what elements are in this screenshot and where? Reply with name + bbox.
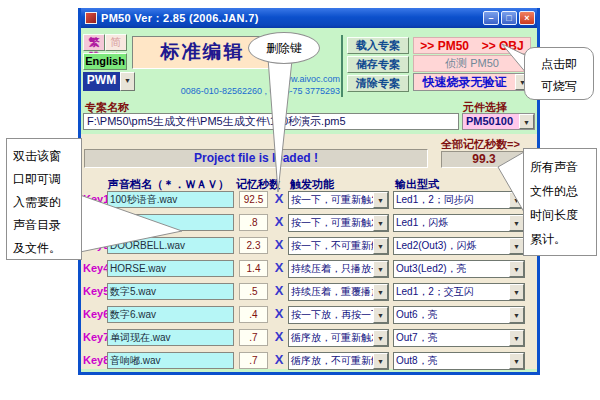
trigger-select[interactable]: 按一下，可重新触发▼ xyxy=(288,214,389,232)
filename-input[interactable] xyxy=(107,191,234,208)
chevron-down-icon[interactable]: ▼ xyxy=(509,261,524,277)
chevron-down-icon[interactable]: ▼ xyxy=(509,192,524,208)
delete-button[interactable]: X xyxy=(272,191,286,206)
output-select[interactable]: Out6，亮▼ xyxy=(393,306,525,324)
table-row: Key6 .4 X 按一下放，再按一下停▼ Out6，亮▼ xyxy=(81,306,537,325)
delete-button[interactable]: X xyxy=(272,329,286,344)
output-select[interactable]: Out7，亮▼ xyxy=(393,329,525,347)
chevron-down-icon[interactable]: ▼ xyxy=(509,330,524,346)
load-project-button[interactable]: 载入专案 xyxy=(347,37,409,54)
output-value: Out6，亮 xyxy=(394,307,509,323)
trigger-value: 循序放，不可重新触发 xyxy=(289,353,373,369)
english-button[interactable]: English xyxy=(83,53,127,70)
trigger-select[interactable]: 按一下，不可重新触发▼ xyxy=(288,237,389,255)
output-select[interactable]: Led1，2；交互闪▼ xyxy=(393,283,525,301)
total-seconds-value: 99.3 xyxy=(441,151,527,168)
seconds-value: .8 xyxy=(239,214,268,231)
filename-input[interactable] xyxy=(107,283,234,300)
chevron-down-icon[interactable]: ▼ xyxy=(509,215,524,231)
filename-input[interactable] xyxy=(107,352,234,369)
to-pm50-button[interactable]: >> PM50 xyxy=(420,39,469,53)
trigger-select[interactable]: 循序放，可重新触发▼ xyxy=(288,329,389,347)
chevron-down-icon[interactable]: ▼ xyxy=(373,261,388,277)
chip-select[interactable]: PM50100 ▼ xyxy=(462,113,535,130)
app-icon xyxy=(85,12,97,24)
pwm-value: PWM xyxy=(83,72,120,91)
maximize-button[interactable]: □ xyxy=(501,11,517,25)
detect-pm50-button[interactable]: 侦测 PM50 xyxy=(413,55,531,72)
chevron-down-icon[interactable]: ▼ xyxy=(373,192,388,208)
close-button[interactable]: × xyxy=(519,11,535,25)
chevron-down-icon[interactable]: ▼ xyxy=(509,284,524,300)
table-row: Key8 .7 X 循序放，不可重新触发▼ Out8，亮▼ xyxy=(81,352,537,371)
compile-buttons: >> PM50 >> OBJ xyxy=(413,37,531,54)
trigger-select[interactable]: 持续压着，只播放一次▼ xyxy=(288,260,389,278)
key-label: Key1 xyxy=(83,193,106,205)
window-body: 繁體 简体 English PWM ▼ 标准编辑 ▼ www.aivoc.com… xyxy=(81,28,537,369)
output-select[interactable]: Out3(Led2)，亮▼ xyxy=(393,260,525,278)
table-row: Key2 .8 X 按一下，可重新触发▼ Led1，闪烁▼ xyxy=(81,214,537,233)
minimize-button[interactable]: – xyxy=(483,11,499,25)
key-label: Key7 xyxy=(83,331,106,343)
trigger-value: 持续压着，重覆播放 xyxy=(289,284,373,300)
delete-button[interactable]: X xyxy=(272,237,286,252)
output-value: Out3(Led2)，亮 xyxy=(394,261,509,277)
key-label: Key6 xyxy=(83,308,106,320)
chevron-down-icon[interactable]: ▼ xyxy=(509,307,524,323)
column-header-trigger: 触发功能 xyxy=(290,177,334,192)
burn-mode-value: 快速烧录无验证 xyxy=(414,74,515,90)
chevron-down-icon[interactable]: ▼ xyxy=(509,353,524,369)
chevron-down-icon[interactable]: ▼ xyxy=(519,114,534,129)
output-value: Led1，闪烁 xyxy=(394,215,509,231)
chevron-down-icon[interactable]: ▼ xyxy=(373,284,388,300)
delete-button[interactable]: X xyxy=(272,306,286,321)
save-project-button[interactable]: 储存专案 xyxy=(347,56,409,73)
trigger-select[interactable]: 按一下放，再按一下停▼ xyxy=(288,306,389,324)
chevron-down-icon[interactable]: ▼ xyxy=(373,330,388,346)
chevron-down-icon[interactable]: ▼ xyxy=(373,353,388,369)
filename-input[interactable] xyxy=(107,237,234,254)
seconds-value: 92.5 xyxy=(239,191,268,208)
seconds-value: .7 xyxy=(239,352,268,369)
seconds-value: 2.3 xyxy=(239,237,268,254)
filename-input[interactable] xyxy=(107,214,234,231)
delete-button[interactable]: X xyxy=(272,260,286,275)
output-select[interactable]: Led2(Out3)，闪烁▼ xyxy=(393,237,525,255)
delete-button[interactable]: X xyxy=(272,214,286,229)
app-window: PM50 Ver : 2.85 (2006.JAN.7) – □ × 繁體 简体… xyxy=(78,8,540,375)
output-select[interactable]: Led1，闪烁▼ xyxy=(393,214,525,232)
trigger-value: 按一下，可重新触发 xyxy=(289,215,373,231)
project-path-input[interactable] xyxy=(83,113,459,130)
seconds-value: .4 xyxy=(239,306,268,323)
chevron-down-icon[interactable]: ▼ xyxy=(373,215,388,231)
output-value: Led1，2；交互闪 xyxy=(394,284,509,300)
key-label: Key3 xyxy=(83,239,106,251)
traditional-chinese-button[interactable]: 繁體 xyxy=(83,34,105,51)
trigger-select[interactable]: 循序放，不可重新触发▼ xyxy=(288,352,389,370)
table-row: Key5 .5 X 持续压着，重覆播放▼ Led1，2；交互闪▼ xyxy=(81,283,537,302)
filename-input[interactable] xyxy=(107,260,234,277)
clear-project-button[interactable]: 清除专案 xyxy=(347,75,409,92)
pwm-select[interactable]: PWM ▼ xyxy=(83,72,135,91)
title-bar[interactable]: PM50 Ver : 2.85 (2006.JAN.7) – □ × xyxy=(81,8,537,28)
filename-input[interactable] xyxy=(107,306,234,323)
contact-info: www.aivoc.com 0086-010-82562260 , 0086-7… xyxy=(132,73,344,99)
chevron-down-icon[interactable]: ▼ xyxy=(509,238,524,254)
chevron-down-icon[interactable]: ▼ xyxy=(373,307,388,323)
delete-button[interactable]: X xyxy=(272,283,286,298)
total-seconds-label: 全部记忆秒数=> xyxy=(441,137,520,152)
delete-button[interactable]: X xyxy=(272,352,286,367)
output-select[interactable]: Out8，亮▼ xyxy=(393,352,525,370)
trigger-select[interactable]: 持续压着，重覆播放▼ xyxy=(288,283,389,301)
trigger-value: 按一下，可重新触发 xyxy=(289,192,373,208)
output-value: Led2(Out3)，闪烁 xyxy=(394,238,509,254)
filename-input[interactable] xyxy=(107,329,234,346)
chevron-down-icon[interactable]: ▼ xyxy=(373,238,388,254)
key-label: Key2 xyxy=(83,216,106,228)
simplified-chinese-button[interactable]: 简体 xyxy=(105,34,127,51)
trigger-value: 循序放，可重新触发 xyxy=(289,330,373,346)
burn-mode-select[interactable]: 快速烧录无验证 ▼ xyxy=(413,73,531,91)
trigger-select[interactable]: 按一下，可重新触发▼ xyxy=(288,191,389,209)
output-select[interactable]: Led1，2；同步闪▼ xyxy=(393,191,525,209)
to-obj-button[interactable]: >> OBJ xyxy=(482,39,524,53)
